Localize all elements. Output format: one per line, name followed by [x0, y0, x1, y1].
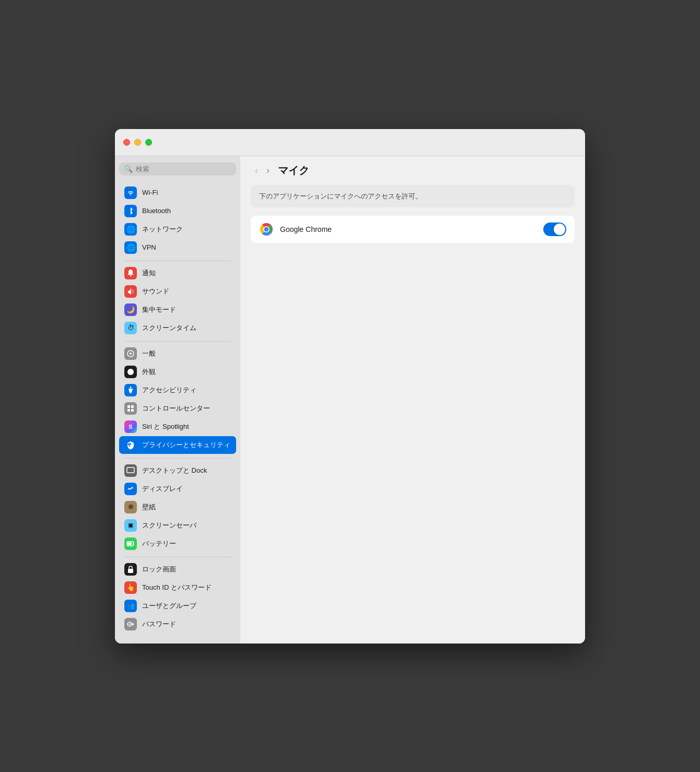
control-icon	[124, 402, 137, 415]
sidebar-item-appearance[interactable]: 外観	[119, 363, 236, 381]
notification-label: 通知	[142, 268, 156, 278]
sidebar: 🔍 Wi-Fi	[115, 156, 240, 644]
appearance-label: 外観	[142, 367, 156, 377]
sidebar-item-control[interactable]: コントロールセンター	[119, 400, 236, 417]
vpn-label: VPN	[142, 243, 156, 251]
main-header: ‹ › マイク	[240, 156, 585, 185]
desktop-icon	[124, 464, 137, 477]
sidebar-item-sound[interactable]: サウンド	[119, 283, 236, 300]
minimize-button[interactable]	[134, 139, 141, 146]
search-box[interactable]: 🔍	[119, 162, 236, 176]
back-button[interactable]: ‹	[253, 165, 260, 176]
bluetooth-icon	[124, 205, 137, 217]
maximize-button[interactable]	[145, 139, 152, 146]
wifi-label: Wi-Fi	[142, 189, 158, 196]
sidebar-group-notifications: 通知 サウンド 🌙 集中モード ⏱ スクリーンタイム	[119, 264, 236, 337]
page-title: マイク	[278, 163, 309, 178]
svg-point-3	[130, 387, 132, 388]
main-panel: ‹ › マイク 下のアプリケーションにマイクへのアクセスを許可。	[240, 156, 585, 644]
svg-point-2	[127, 369, 134, 375]
sound-label: サウンド	[142, 287, 169, 296]
sidebar-item-network[interactable]: 🌐 ネットワーク	[119, 220, 236, 238]
users-label: ユーザとグループ	[142, 601, 196, 611]
svg-point-17	[264, 227, 269, 231]
divider-3	[124, 458, 231, 459]
forward-button[interactable]: ›	[264, 165, 272, 176]
svg-rect-5	[131, 405, 134, 408]
lock-label: ロック画面	[142, 565, 176, 574]
search-input[interactable]	[136, 165, 231, 173]
system-preferences-window: 🔍 Wi-Fi	[115, 129, 585, 644]
touchid-icon: 👆	[124, 581, 137, 594]
privacy-label: プライバシーとセキュリティ	[142, 440, 230, 450]
sidebar-item-users[interactable]: 👥 ユーザとグループ	[119, 597, 236, 615]
sidebar-item-accessibility[interactable]: アクセシビリティ	[119, 381, 236, 399]
users-icon: 👥	[124, 600, 137, 612]
sidebar-group-lock: ロック画面 👆 Touch ID とパスワード 👥 ユーザとグループ	[119, 560, 236, 633]
content-area: 🔍 Wi-Fi	[115, 156, 585, 644]
divider-1	[124, 261, 231, 261]
svg-rect-7	[131, 409, 134, 412]
sidebar-item-bluetooth[interactable]: Bluetooth	[119, 202, 236, 220]
sidebar-item-desktop[interactable]: デスクトップと Dock	[119, 462, 236, 479]
password-icon	[124, 618, 137, 630]
screensaver-label: スクリーンセーバ	[142, 521, 196, 530]
focus-icon: 🌙	[124, 303, 137, 316]
sidebar-item-battery[interactable]: バッテリー	[119, 535, 236, 553]
network-label: ネットワーク	[142, 225, 183, 234]
sidebar-item-screentime[interactable]: ⏱ スクリーンタイム	[119, 319, 236, 337]
sound-icon	[124, 285, 137, 298]
sidebar-item-focus[interactable]: 🌙 集中モード	[119, 301, 236, 319]
description-box: 下のアプリケーションにマイクへのアクセスを許可。	[251, 185, 575, 207]
svg-rect-6	[127, 409, 130, 412]
focus-label: 集中モード	[142, 305, 176, 314]
screensaver-icon: ▣	[124, 519, 137, 532]
screentime-icon: ⏱	[124, 322, 137, 334]
network-icon: 🌐	[124, 223, 137, 236]
sidebar-item-wallpaper[interactable]: ❊ 壁紙	[119, 498, 236, 516]
sidebar-item-general[interactable]: 一般	[119, 345, 236, 362]
divider-4	[124, 557, 231, 557]
svg-rect-8	[127, 467, 134, 473]
sidebar-item-screensaver[interactable]: ▣ スクリーンセーバ	[119, 517, 236, 534]
battery-icon	[124, 537, 137, 550]
traffic-lights	[123, 139, 152, 146]
sidebar-item-wifi[interactable]: Wi-Fi	[119, 184, 236, 202]
close-button[interactable]	[123, 139, 130, 146]
search-icon: 🔍	[124, 165, 133, 173]
wifi-icon	[124, 186, 137, 199]
svg-rect-11	[127, 542, 132, 545]
chrome-toggle[interactable]	[543, 223, 566, 236]
desktop-label: デスクトップと Dock	[142, 466, 207, 475]
sidebar-item-vpn[interactable]: 🌐 VPN	[119, 239, 236, 256]
general-icon	[124, 347, 137, 360]
touchid-label: Touch ID とパスワード	[142, 583, 212, 592]
chrome-app-icon	[259, 222, 274, 237]
screentime-label: スクリーンタイム	[142, 323, 196, 333]
bluetooth-label: Bluetooth	[142, 207, 171, 215]
lock-icon	[124, 563, 137, 576]
accessibility-label: アクセシビリティ	[142, 385, 196, 395]
divider-2	[124, 341, 231, 342]
sidebar-item-lock[interactable]: ロック画面	[119, 560, 236, 578]
chrome-app-name: Google Chrome	[280, 225, 537, 233]
titlebar	[115, 129, 585, 156]
sidebar-group-general: 一般 外観	[119, 345, 236, 454]
sidebar-item-siri[interactable]: S Siri と Spotlight	[119, 418, 236, 436]
sidebar-item-password[interactable]: パスワード	[119, 615, 236, 633]
svg-point-9	[130, 488, 131, 489]
siri-label: Siri と Spotlight	[142, 422, 189, 431]
svg-rect-12	[128, 569, 133, 573]
app-row-chrome: Google Chrome	[251, 216, 575, 243]
privacy-icon	[124, 439, 137, 451]
sidebar-item-touchid[interactable]: 👆 Touch ID とパスワード	[119, 579, 236, 596]
display-label: ディスプレイ	[142, 484, 183, 494]
sidebar-item-display[interactable]: ディスプレイ	[119, 480, 236, 498]
control-label: コントロールセンター	[142, 404, 210, 413]
wallpaper-icon: ❊	[124, 501, 137, 513]
appearance-icon	[124, 366, 137, 378]
wallpaper-label: 壁紙	[142, 502, 156, 512]
sidebar-item-privacy[interactable]: プライバシーとセキュリティ	[119, 436, 236, 454]
sidebar-item-notification[interactable]: 通知	[119, 264, 236, 282]
vpn-icon: 🌐	[124, 241, 137, 254]
